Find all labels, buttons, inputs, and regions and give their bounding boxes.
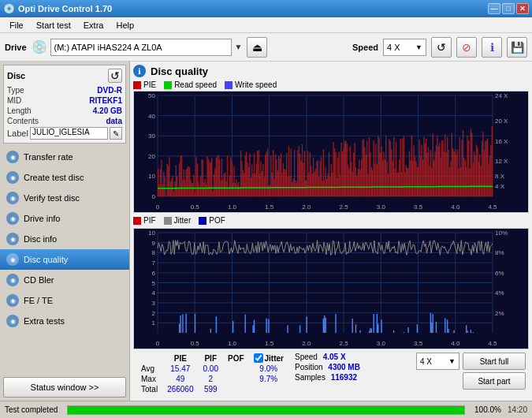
disc-mid-value: RITEKF1: [89, 96, 122, 105]
stats-max-jitter: 9.7%: [249, 374, 288, 384]
stats-total-pif: 599: [199, 384, 223, 394]
disc-label-input[interactable]: JULIO_IGLESIA: [30, 127, 108, 140]
title-bar-controls: — □ ✕: [488, 3, 529, 14]
disc-contents-row: Contents data: [7, 117, 122, 125]
write-speed-legend-box: [225, 81, 233, 89]
stats-avg-jitter: 9.0%: [249, 364, 288, 374]
position-label: Position: [295, 363, 323, 371]
sidebar-item-extra-tests-label: Extra tests: [24, 316, 65, 326]
close-button[interactable]: ✕: [516, 3, 529, 14]
sidebar: Disc ↺ Type DVD-R MID RITEKF1 Length 4.2…: [0, 62, 130, 401]
sidebar-item-cd-bler-label: CD Bler: [24, 275, 54, 285]
panel-icon: ℹ: [133, 65, 146, 77]
sidebar-item-create-test-disc-label: Create test disc: [24, 173, 84, 182]
panel-header: ℹ Disc quality: [133, 65, 529, 77]
disc-contents-label: Contents: [7, 117, 39, 125]
stats-table: PIE PIF POF Jitter Avg: [136, 353, 288, 394]
title-bar-left: 💿 Opti Drive Control 1.70: [3, 3, 112, 14]
menu-file[interactable]: File: [3, 20, 30, 31]
sidebar-item-drive-info-label: Drive info: [24, 214, 60, 223]
chart1-wrapper: [133, 91, 529, 213]
sidebar-item-disc-quality-label: Disc quality: [24, 255, 68, 264]
main-area: Disc ↺ Type DVD-R MID RITEKF1 Length 4.2…: [0, 62, 532, 401]
status-bar: Test completed 100.0% 14:20: [0, 401, 532, 418]
stats-max-pie: 49: [162, 374, 198, 384]
sidebar-item-drive-info[interactable]: ◉ Drive info: [0, 208, 129, 229]
sidebar-item-extra-tests[interactable]: ◉ Extra tests: [0, 311, 129, 331]
stats-total-label: Total: [136, 384, 162, 394]
chart2-canvas: [134, 229, 528, 349]
stats-total-pof: [223, 384, 249, 394]
disc-label-edit-button[interactable]: ✎: [110, 127, 122, 140]
pif-legend-label: PIF: [143, 216, 156, 225]
start-full-button[interactable]: Start full: [463, 353, 526, 370]
chart2-legend: PIF Jitter POF: [133, 216, 529, 225]
sidebar-item-disc-quality[interactable]: ◉ Disc quality: [0, 249, 129, 270]
start-part-button[interactable]: Start part: [463, 372, 526, 390]
legend-read-speed: Read speed: [164, 80, 217, 89]
stats-col-pof: POF: [223, 353, 249, 364]
disc-quality-icon: ◉: [6, 253, 19, 266]
elapsed-time: 14:20: [508, 405, 527, 414]
title-bar: 💿 Opti Drive Control 1.70 — □ ✕: [0, 0, 532, 17]
menu-help[interactable]: Help: [110, 20, 140, 31]
legend-jitter: Jitter: [164, 216, 192, 225]
sidebar-item-transfer-rate[interactable]: ◉ Transfer rate: [0, 147, 129, 167]
speed-label: Speed: [352, 43, 378, 52]
legend-pie: PIE: [133, 80, 156, 89]
menu-start-test[interactable]: Start test: [30, 20, 77, 31]
test-speed-dropdown[interactable]: 4 X ▼: [416, 353, 459, 370]
charts-container: PIF Jitter POF: [133, 91, 529, 349]
chart1-canvas: [134, 91, 528, 212]
app-title: Opti Drive Control 1.70: [18, 4, 112, 13]
extra-tests-icon: ◉: [6, 315, 19, 327]
menu-extra[interactable]: Extra: [77, 20, 110, 31]
info-button[interactable]: ℹ: [482, 37, 502, 58]
speed-start-row: 4 X ▼ Start full: [416, 353, 526, 370]
stats-max-pif: 2: [199, 374, 223, 384]
position-row: Position 4300 MB: [295, 363, 360, 371]
stats-col-jitter-check: Jitter: [249, 353, 288, 364]
sidebar-item-disc-info[interactable]: ◉ Disc info: [0, 229, 129, 249]
sidebar-item-create-test-disc[interactable]: ◉ Create test disc: [0, 167, 129, 188]
chart1-legend: PIE Read speed Write speed: [133, 80, 529, 89]
disc-length-row: Length 4.20 GB: [7, 106, 122, 115]
eject-button[interactable]: ⏏: [247, 37, 267, 58]
pie-legend-box: [133, 81, 141, 89]
disc-mid-label: MID: [7, 96, 21, 105]
erase-button[interactable]: ⊘: [456, 37, 477, 58]
sidebar-item-transfer-rate-label: Transfer rate: [24, 152, 73, 162]
progress-bar: [67, 405, 465, 415]
sidebar-item-cd-bler[interactable]: ◉ CD Bler: [0, 270, 129, 290]
legend-write-speed: Write speed: [225, 80, 277, 89]
stats-avg-pie: 15.47: [162, 364, 198, 374]
transfer-rate-icon: ◉: [6, 151, 19, 163]
speed-dropdown[interactable]: 4 X ▼: [383, 39, 426, 56]
samples-row: Samples 116932: [295, 373, 360, 382]
stats-avg-pof: [223, 364, 249, 374]
save-button[interactable]: 💾: [507, 37, 527, 58]
refresh-button[interactable]: ↺: [431, 37, 452, 58]
verify-test-disc-icon: ◉: [6, 192, 19, 204]
sidebar-item-verify-test-disc[interactable]: ◉ Verify test disc: [0, 188, 129, 208]
drive-dropdown[interactable]: (M:) ATAPI iHAS224 A ZL0A: [50, 39, 232, 56]
disc-type-row: Type DVD-R: [7, 86, 122, 95]
jitter-checkbox[interactable]: [254, 353, 263, 363]
minimize-button[interactable]: —: [488, 3, 500, 14]
disc-refresh-button[interactable]: ↺: [108, 69, 122, 83]
drive-info-icon: ◉: [6, 212, 19, 225]
write-speed-legend-label: Write speed: [235, 80, 277, 89]
maximize-button[interactable]: □: [502, 3, 515, 14]
sidebar-item-fe-te[interactable]: ◉ FE / TE: [0, 290, 129, 311]
disc-length-label: Length: [7, 106, 32, 115]
fe-te-icon: ◉: [6, 294, 19, 307]
stats-row-avg: Avg 15.47 0.00 9.0%: [136, 364, 288, 374]
disc-length-value: 4.20 GB: [93, 106, 122, 115]
jitter-legend-box: [164, 217, 172, 225]
progress-percent: 100.0%: [474, 405, 501, 414]
disc-type-label: Type: [7, 86, 24, 95]
start-part-row: Start part: [416, 372, 526, 390]
speed-value: 4.05 X: [323, 353, 346, 361]
status-window-button[interactable]: Status window >>: [3, 377, 126, 397]
disc-info-icon: ◉: [6, 233, 19, 245]
